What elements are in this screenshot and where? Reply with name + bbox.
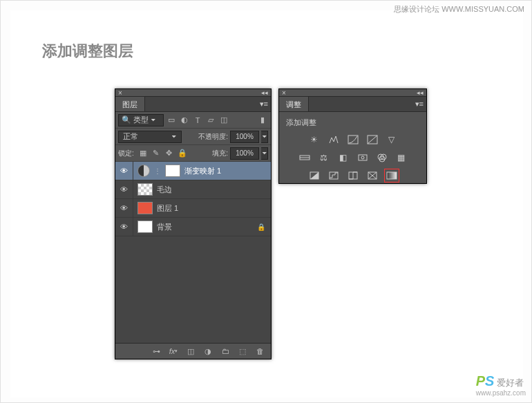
panel-menu-icon[interactable]: ▾≡ [260, 100, 268, 109]
panel-topbar[interactable]: × ◂◂ [115, 89, 271, 97]
adjustment-thumb-icon [137, 165, 150, 177]
layer-name[interactable]: 毛边 [157, 185, 172, 195]
lock-label: 锁定: [118, 149, 134, 158]
panel-topbar[interactable]: × ◂◂ [279, 89, 426, 97]
fill-label: 填充: [212, 149, 228, 158]
filter-smart-icon[interactable]: ◫ [218, 115, 229, 126]
fill-input[interactable]: 100% [230, 147, 259, 160]
layer-content: 图层 1 [133, 199, 271, 217]
color-lookup-icon[interactable]: ▦ [395, 151, 408, 164]
lock-pixels-icon[interactable]: ✎ [151, 148, 162, 159]
visibility-toggle[interactable]: 👁 [115, 199, 133, 217]
layer-row-maobian[interactable]: 👁 毛边 [115, 180, 271, 199]
brand-url: www.psahz.com [476, 389, 526, 397]
fx-button[interactable]: fx▾ [168, 346, 179, 357]
layer-name[interactable]: 渐变映射 1 [184, 166, 221, 176]
opacity-label: 不透明度: [198, 132, 228, 142]
filter-kind-select[interactable]: 🔍 类型 ⏷ [118, 114, 164, 126]
layers-footer: ⊶ fx▾ ◫ ◑ 🗀 ⬚ 🗑 [115, 343, 271, 359]
blend-row: 正常 ⏷ 不透明度: 100% ⏷ [115, 129, 271, 145]
fill-chevron-icon[interactable]: ⏷ [261, 147, 268, 160]
invert-icon[interactable] [307, 169, 321, 182]
selective-color-icon[interactable] [365, 169, 379, 182]
tab-adjustments[interactable]: 调整 [279, 97, 309, 111]
close-icon[interactable]: × [118, 89, 122, 97]
link-layers-button[interactable]: ⊶ [151, 346, 162, 357]
filter-adjust-icon[interactable]: ◐ [179, 115, 190, 126]
layer-row-gradient-map[interactable]: 👁 ⋮ 渐变映射 1 [115, 162, 271, 180]
opacity-input[interactable]: 100% [230, 131, 259, 143]
gradient-map-icon[interactable] [385, 169, 399, 182]
lock-position-icon[interactable]: ✥ [164, 148, 175, 159]
new-group-button[interactable]: 🗀 [220, 346, 231, 357]
watermark-bottom: PS 爱好者 www.psahz.com [476, 373, 526, 397]
layer-thumb[interactable] [137, 183, 153, 196]
opacity-chevron-icon[interactable]: ⏷ [261, 131, 268, 143]
vibrance-icon[interactable]: ▽ [385, 133, 399, 146]
watermark-top: 思缘设计论坛 WWW.MISSYUAN.COM [394, 4, 524, 15]
panel-menu-icon[interactable]: ▾≡ [415, 100, 424, 109]
adjust-row-1: ☀ ▽ [307, 133, 399, 146]
collapse-icon[interactable]: ◂◂ [261, 89, 268, 96]
adjustments-panel: × ◂◂ 调整 ▾≡ 添加调整 ☀ ▽ ⚖ ◧ ▦ [278, 88, 427, 184]
svg-point-5 [361, 156, 364, 159]
adjust-title: 添加调整 [286, 118, 419, 128]
filter-toggle-icon[interactable]: ▮ [257, 115, 268, 126]
lock-transparent-icon[interactable]: ▦ [137, 148, 149, 159]
layer-name[interactable]: 图层 1 [157, 203, 178, 214]
adjust-row-3 [307, 169, 399, 182]
black-white-icon[interactable]: ◧ [336, 151, 350, 164]
search-icon: 🔍 [122, 115, 131, 124]
adjust-icon-grid: ☀ ▽ ⚖ ◧ ▦ [286, 133, 419, 182]
new-layer-button[interactable]: ⬚ [237, 346, 248, 357]
link-icon: ⋮ [154, 167, 161, 175]
layer-filter-row: 🔍 类型 ⏷ ▭ ◐ T ▱ ◫ ▮ [115, 112, 271, 129]
brand-s: S [485, 373, 494, 388]
visibility-toggle[interactable]: 👁 [115, 162, 133, 180]
add-mask-button[interactable]: ◫ [185, 346, 196, 357]
filter-type-icon[interactable]: T [192, 115, 203, 126]
visibility-toggle[interactable]: 👁 [115, 218, 133, 236]
channel-mixer-icon[interactable] [375, 151, 389, 164]
collapse-icon[interactable]: ◂◂ [417, 89, 424, 96]
brand-p: P [476, 373, 485, 388]
threshold-icon[interactable] [346, 169, 360, 182]
tab-bar: 图层 ▾≡ [115, 97, 271, 112]
color-balance-icon[interactable]: ⚖ [317, 151, 331, 164]
exposure-icon[interactable] [365, 133, 379, 146]
brand-text: 爱好者 [497, 377, 524, 388]
layer-thumb[interactable] [137, 202, 153, 214]
layer-row-background[interactable]: 👁 背景 🔒 [115, 218, 271, 236]
filter-pixel-icon[interactable]: ▭ [166, 115, 177, 126]
filter-shape-icon[interactable]: ▱ [205, 115, 216, 126]
svg-rect-0 [348, 135, 358, 144]
hue-saturation-icon[interactable] [298, 151, 312, 164]
layer-row-layer1[interactable]: 👁 图层 1 [115, 199, 271, 218]
layer-content: 背景 🔒 [133, 218, 271, 236]
posterize-icon[interactable] [327, 169, 341, 182]
svg-rect-4 [359, 155, 367, 160]
photo-filter-icon[interactable] [356, 151, 370, 164]
chevron-down-icon: ⏷ [171, 133, 177, 140]
layer-content: 毛边 [133, 180, 271, 198]
delete-layer-button[interactable]: 🗑 [254, 346, 265, 357]
layer-mask-thumb[interactable] [165, 165, 180, 177]
tab-layers[interactable]: 图层 [115, 97, 145, 111]
layer-content: ⋮ 渐变映射 1 [133, 162, 271, 180]
adjust-row-2: ⚖ ◧ ▦ [298, 151, 408, 164]
curves-icon[interactable] [346, 133, 360, 146]
layer-thumb[interactable] [137, 221, 153, 233]
brightness-contrast-icon[interactable]: ☀ [307, 133, 321, 146]
close-icon[interactable]: × [282, 89, 286, 97]
page-title: 添加调整图层 [42, 41, 133, 62]
lock-row: 锁定: ▦ ✎ ✥ 🔒 填充: 100% ⏷ [115, 145, 271, 162]
blend-mode-select[interactable]: 正常 ⏷ [118, 131, 182, 143]
lock-all-icon[interactable]: 🔒 [177, 148, 188, 159]
visibility-toggle[interactable]: 👁 [115, 180, 133, 198]
filter-kind-label: 类型 [133, 115, 149, 125]
new-adjustment-button[interactable]: ◑ [202, 346, 213, 357]
blend-mode-label: 正常 [123, 131, 138, 142]
layer-name[interactable]: 背景 [157, 222, 172, 232]
svg-rect-13 [387, 172, 397, 179]
levels-icon[interactable] [327, 133, 341, 146]
